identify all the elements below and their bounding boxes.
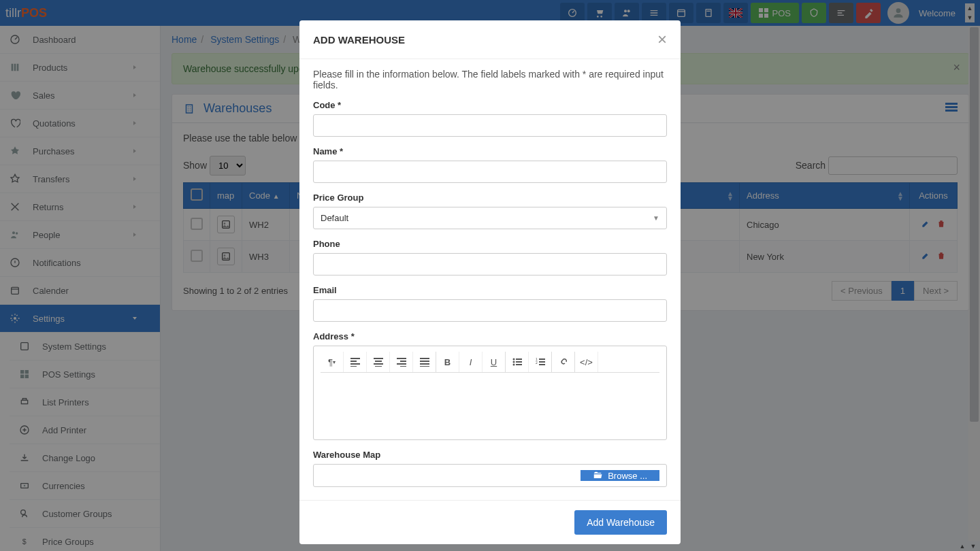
svg-text:2: 2 — [536, 361, 538, 365]
input-name[interactable] — [313, 161, 667, 183]
address-editor: ¶▾ B I U 12 </> — [313, 346, 667, 440]
file-path-display — [321, 470, 581, 481]
list-ul-icon[interactable] — [506, 352, 529, 372]
input-code[interactable] — [313, 114, 667, 137]
svg-point-33 — [512, 358, 514, 361]
svg-point-34 — [512, 361, 514, 363]
italic-icon[interactable]: I — [459, 352, 483, 372]
label-email: Email — [313, 285, 667, 295]
code-icon[interactable]: </> — [575, 352, 598, 372]
address-textarea[interactable] — [321, 373, 659, 434]
label-pg: Price Group — [313, 193, 667, 203]
browse-button[interactable]: Browse ... — [581, 470, 659, 481]
label-map: Warehouse Map — [313, 450, 667, 460]
input-email[interactable] — [313, 299, 667, 322]
format-paragraph[interactable]: ¶▾ — [321, 352, 344, 372]
label-code: Code * — [313, 100, 667, 110]
modal-close[interactable]: × — [657, 30, 667, 49]
align-left-icon[interactable] — [344, 352, 367, 372]
align-center-icon[interactable] — [367, 352, 390, 372]
folder-open-icon — [593, 471, 602, 480]
modal-title: ADD WAREHOUSE — [313, 34, 405, 46]
label-phone: Phone — [313, 239, 667, 249]
bold-icon[interactable]: B — [436, 352, 459, 372]
input-phone[interactable] — [313, 253, 667, 276]
select-price-group[interactable]: Default▼ — [313, 207, 667, 229]
add-warehouse-button[interactable]: Add Warehouse — [574, 510, 667, 535]
modal-overlay[interactable]: ADD WAREHOUSE × Please fill in the infor… — [0, 0, 980, 551]
align-right-icon[interactable] — [390, 352, 413, 372]
svg-point-35 — [512, 364, 514, 366]
align-justify-icon[interactable] — [413, 352, 436, 372]
list-ol-icon[interactable]: 12 — [529, 352, 552, 372]
label-name: Name * — [313, 146, 667, 156]
underline-icon[interactable]: U — [483, 352, 506, 372]
label-address: Address * — [313, 331, 667, 341]
link-icon[interactable] — [552, 352, 575, 372]
modal-intro: Please fill in the information below. Th… — [313, 69, 667, 90]
add-warehouse-modal: ADD WAREHOUSE × Please fill in the infor… — [299, 20, 681, 544]
